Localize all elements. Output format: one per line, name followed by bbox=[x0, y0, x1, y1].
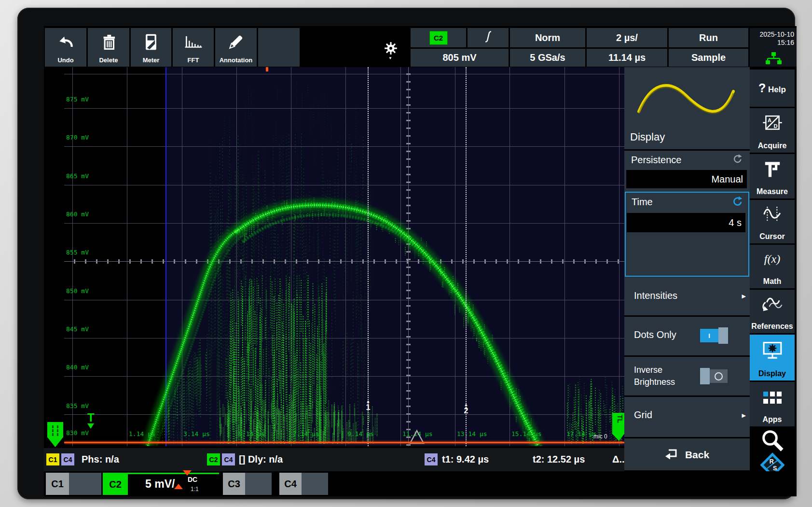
persistence-time-value: 4 s bbox=[627, 213, 745, 232]
phase-measurement: Phs: n/a bbox=[82, 454, 119, 465]
lan-status-icon bbox=[765, 51, 782, 67]
annotation-text: mic 0 bbox=[593, 433, 607, 440]
channel2-offset-marker[interactable] bbox=[47, 422, 63, 447]
question-mark-icon: ? bbox=[758, 81, 766, 95]
channel1-body[interactable] bbox=[69, 473, 101, 495]
channel-badge-c4: C4 bbox=[222, 453, 235, 465]
v-label: 850 mV bbox=[66, 287, 89, 295]
acquisition-mode-cell[interactable]: Sample bbox=[669, 49, 748, 67]
dots-only-toggle[interactable]: I bbox=[700, 327, 728, 344]
v-label: 845 mV bbox=[66, 325, 89, 333]
fx-icon: f(x) bbox=[750, 253, 795, 266]
zoom-search-icon[interactable] bbox=[760, 428, 784, 454]
channel2-settings[interactable]: 5 mV/ DC 1:1 bbox=[128, 473, 219, 495]
channel2-scale: 5 mV/ bbox=[145, 478, 175, 491]
annotation-button[interactable]: Annotation bbox=[215, 28, 257, 67]
t-label: 15.14 µs bbox=[511, 430, 542, 437]
sidebar-item-references[interactable]: References bbox=[750, 290, 795, 333]
persistence-value: Manual bbox=[626, 170, 747, 188]
delay-reference-marker[interactable] bbox=[409, 429, 425, 446]
reference-waves-icon bbox=[750, 295, 795, 314]
v-label: 870 mV bbox=[66, 134, 89, 141]
channel-bar: C1 C2 5 mV/ DC 1:1 C3 C4 bbox=[44, 471, 797, 496]
sine-preview-icon bbox=[634, 77, 738, 129]
channel2-trace bbox=[64, 67, 624, 446]
cursor-wave-icon bbox=[750, 206, 795, 223]
submenu-arrow-icon: ▶ bbox=[742, 293, 746, 299]
horizontal-position-cell[interactable]: 11.14 µs bbox=[587, 49, 667, 67]
channel4-tab[interactable]: C4 bbox=[279, 473, 302, 495]
t-label: 17.14 µs bbox=[566, 430, 597, 437]
caliper-icon bbox=[750, 160, 795, 178]
trash-icon bbox=[88, 32, 129, 52]
channel2-tab[interactable]: C2 bbox=[103, 473, 128, 495]
sidebar-item-acquire[interactable]: AD Acquire bbox=[750, 108, 795, 153]
undo-icon bbox=[45, 32, 86, 52]
channel2-coupling: DC bbox=[188, 476, 197, 483]
cursor2-marker[interactable]: ▲ 2 bbox=[461, 403, 471, 415]
empty-toolbar-slot[interactable] bbox=[258, 28, 300, 67]
svg-text:D: D bbox=[773, 123, 777, 129]
datetime-cell: 2025-10-10 15:16 bbox=[750, 28, 797, 67]
delay-measurement: [] Dly: n/a bbox=[239, 454, 283, 465]
trigger-source-badge: C2 bbox=[429, 31, 448, 45]
sidebar-item-display[interactable]: Display bbox=[750, 335, 795, 380]
trigger-level-marker[interactable]: T bbox=[87, 412, 95, 429]
persistence-item[interactable]: Persistence Manual bbox=[624, 151, 750, 190]
delete-button[interactable]: Delete bbox=[88, 28, 129, 67]
dots-only-item[interactable]: Dots Only I bbox=[624, 317, 750, 355]
measurement-result-bar: C1 C4 Phs: n/a C2 C4 [] Dly: n/a C4 t1: … bbox=[44, 447, 624, 471]
sidebar-item-apps[interactable]: Apps bbox=[750, 382, 795, 426]
sidebar-item-math[interactable]: f(x) Math bbox=[750, 245, 795, 288]
trigger-source-cell[interactable]: C2 bbox=[411, 28, 466, 47]
run-state-cell[interactable]: Run bbox=[669, 28, 748, 47]
sample-rate-cell: 5 GSa/s bbox=[510, 49, 585, 67]
channel3-body[interactable] bbox=[245, 473, 272, 495]
v-label: 865 mV bbox=[66, 172, 89, 180]
time-item-selected[interactable]: Time 4 s bbox=[625, 192, 749, 277]
channel3-tab[interactable]: C3 bbox=[223, 473, 245, 495]
v-label: 840 mV bbox=[66, 364, 89, 371]
timebase-cell[interactable]: 2 µs/ bbox=[587, 28, 667, 47]
clipped-trace-line bbox=[64, 442, 624, 443]
apps-grid-icon bbox=[750, 391, 795, 405]
main-sidebar: ? Help AD Acquire Measure Cursor f(x) Ma… bbox=[750, 67, 797, 496]
intensities-item[interactable]: Intensities ▶ bbox=[624, 282, 750, 313]
trigger-level-cell[interactable]: 805 mV bbox=[411, 49, 509, 67]
waveform-display[interactable]: 875 mV 870 mV 865 mV 860 mV 855 mV 850 m… bbox=[64, 67, 624, 446]
v-label: 855 mV bbox=[66, 249, 89, 256]
channel1-tab[interactable]: C1 bbox=[46, 473, 69, 495]
cursor1-line[interactable] bbox=[368, 67, 369, 446]
fft-button[interactable]: FFT bbox=[173, 28, 214, 67]
screen: Undo Delete Meter FFT Annotation ▼ C2 bbox=[44, 26, 797, 496]
cursor2-line[interactable] bbox=[466, 67, 467, 446]
trigger-slope-cell[interactable] bbox=[468, 28, 509, 47]
channel4-body[interactable] bbox=[302, 473, 328, 495]
sidebar-item-help[interactable]: ? Help bbox=[750, 70, 795, 107]
cursor-delta-value: Δ.. bbox=[612, 454, 625, 465]
channel-badge-c4: C4 bbox=[425, 453, 438, 465]
v-label: 860 mV bbox=[66, 211, 89, 218]
pencil-icon bbox=[215, 32, 257, 52]
t-label: 7.14 µs bbox=[293, 430, 319, 437]
back-icon bbox=[665, 448, 678, 462]
submenu-arrow-icon: ▶ bbox=[742, 412, 746, 419]
ad-converter-icon: AD bbox=[750, 114, 795, 131]
display-menu-panel: Display Persistence Manual Time 4 s Inte… bbox=[624, 67, 750, 470]
sidebar-item-cursor[interactable]: Cursor bbox=[750, 200, 795, 243]
grid-item[interactable]: Grid ▶ bbox=[624, 397, 750, 436]
trigger-mode-cell[interactable]: Norm bbox=[510, 28, 585, 47]
back-button[interactable]: Back bbox=[624, 439, 750, 470]
channel-badge-c2: C2 bbox=[207, 453, 220, 465]
multimeter-icon bbox=[131, 32, 171, 52]
sidebar-item-measure[interactable]: Measure bbox=[750, 154, 795, 198]
settings-gear-icon[interactable] bbox=[384, 42, 398, 57]
meter-button[interactable]: Meter bbox=[131, 28, 171, 67]
cursor1-marker[interactable]: ▲ 1 bbox=[363, 399, 373, 411]
svg-text:A: A bbox=[768, 117, 771, 123]
refresh-icon-blue[interactable] bbox=[732, 196, 743, 209]
undo-button[interactable]: Undo bbox=[45, 28, 86, 67]
chevron-down-icon[interactable]: ▼ bbox=[388, 56, 392, 60]
inverse-brightness-toggle[interactable] bbox=[700, 368, 728, 384]
inverse-brightness-item[interactable]: Inverse Brightness bbox=[624, 357, 750, 395]
